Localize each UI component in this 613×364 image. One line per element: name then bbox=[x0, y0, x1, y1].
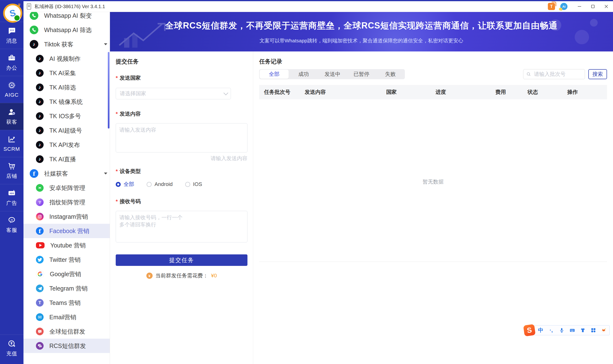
sidebar-item-whatsapp-ai-filter[interactable]: Whatsapp AI 筛选 bbox=[24, 23, 110, 37]
chevron-down-icon[interactable] bbox=[104, 172, 107, 174]
close-button[interactable] bbox=[599, 1, 613, 12]
status-tabs: 全部 成功 发送中 已暂停 失败 bbox=[259, 69, 405, 79]
facebook-icon bbox=[36, 227, 44, 235]
rail-item-office[interactable]: 办公 bbox=[0, 49, 24, 76]
tasks-heading: 任务记录 bbox=[259, 52, 607, 65]
tab-all[interactable]: 全部 bbox=[260, 70, 289, 79]
sidebar-group-tiktok[interactable]: Tiktok 获客 bbox=[24, 37, 110, 52]
sidebar-item-teams[interactable]: Teams 营销 bbox=[24, 296, 110, 310]
keyboard-icon[interactable] bbox=[569, 327, 575, 333]
form-heading: 提交任务 bbox=[116, 52, 247, 65]
sidebar-item-fingerprint-matrix[interactable]: 指纹矩阵管理 bbox=[24, 195, 110, 209]
sogou-logo[interactable]: S bbox=[523, 324, 536, 337]
required-asterisk: * bbox=[116, 168, 118, 174]
required-asterisk: * bbox=[116, 75, 118, 81]
twitter-icon bbox=[36, 256, 44, 263]
col-batch-id: 任务批次号 bbox=[259, 89, 300, 96]
toolbox-grid-icon[interactable] bbox=[590, 327, 597, 333]
fox-assistant-icon[interactable] bbox=[601, 327, 607, 333]
maximize-button[interactable] bbox=[586, 1, 599, 12]
sidebar-item-email[interactable]: Email营销 bbox=[24, 310, 110, 324]
sidebar-scrollbar-thumb[interactable] bbox=[108, 52, 109, 129]
content-textarea[interactable] bbox=[116, 123, 247, 153]
minimize-button[interactable] bbox=[573, 1, 586, 12]
sidebar-item-facebook[interactable]: Facebook 营销 bbox=[24, 224, 110, 238]
translate-tray-icon[interactable]: T bbox=[548, 3, 555, 10]
sidebar-item-tk-ios[interactable]: TK IOS多号 bbox=[24, 109, 110, 123]
sms-bubble-icon bbox=[36, 328, 44, 335]
tiktok-icon bbox=[36, 84, 44, 91]
rail-item-acquisition[interactable]: 获客 bbox=[0, 103, 24, 130]
microphone-icon[interactable] bbox=[559, 327, 565, 333]
sidebar-item-tk-collect[interactable]: TK AI采集 bbox=[24, 66, 110, 80]
sidebar-item-tk-super[interactable]: TK AI超级号 bbox=[24, 123, 110, 138]
tab-failed[interactable]: 失败 bbox=[376, 69, 405, 79]
rail-item-shop[interactable]: 店铺 bbox=[0, 157, 24, 184]
batch-search-input[interactable] bbox=[533, 71, 582, 78]
rail-item-aigc[interactable]: AI AIGC bbox=[0, 76, 24, 103]
sidebar-item-tk-filter[interactable]: TK AI筛选 bbox=[24, 80, 110, 94]
youtube-icon bbox=[36, 242, 44, 248]
chevron-down-icon[interactable] bbox=[104, 43, 107, 45]
radio-all[interactable]: 全部 bbox=[116, 181, 134, 188]
coin-icon: ¥ bbox=[146, 273, 153, 279]
country-label: * 发送国家 bbox=[116, 74, 247, 82]
tiktok-icon bbox=[36, 127, 44, 134]
svg-text:AI: AI bbox=[11, 219, 13, 221]
device-type-label: * 设备类型 bbox=[116, 168, 247, 175]
radio-ios[interactable]: IOS bbox=[185, 181, 202, 187]
sidebar-item-global-sms[interactable]: 全球短信群发 bbox=[24, 324, 110, 339]
ai-assistant-tray-icon[interactable]: Ai bbox=[560, 3, 568, 10]
country-select[interactable]: 请选择国家 bbox=[116, 88, 231, 99]
submit-task-button[interactable]: 提交任务 bbox=[116, 254, 247, 266]
svg-text:ADS: ADS bbox=[10, 192, 14, 195]
sidebar-item-tk-live[interactable]: TK AI直播 bbox=[24, 152, 110, 166]
sidebar-item-ai-video[interactable]: AI 视频制作 bbox=[24, 52, 110, 66]
banner-subtitle: 文案可以带Whatsapp跳转，端到端加密技术，聚合通道保障您的通信安全，私密对… bbox=[110, 37, 613, 44]
sidebar-item-tk-mirror[interactable]: TK 镜像系统 bbox=[24, 94, 110, 109]
device-type-radio-group: 全部 Android IOS bbox=[116, 181, 247, 188]
tiktok-icon bbox=[36, 155, 44, 163]
rail-item-recharge[interactable]: ¥ 充值 bbox=[0, 335, 24, 362]
sidebar-item-rcs-sms[interactable]: RCS短信群发 bbox=[24, 339, 110, 353]
ime-chinese-mode-icon[interactable]: 中 bbox=[538, 327, 544, 333]
sidebar-item-twitter[interactable]: Twitter 营销 bbox=[24, 252, 110, 267]
search-icon bbox=[526, 72, 531, 77]
robot-icon: AI bbox=[7, 81, 16, 90]
rail-item-messages[interactable]: 消息 bbox=[0, 22, 24, 49]
close-icon bbox=[604, 5, 608, 8]
numbers-textarea[interactable] bbox=[116, 211, 247, 242]
rail-item-scrm[interactable]: SCRM bbox=[0, 130, 24, 157]
chart-icon bbox=[7, 135, 16, 144]
sidebar-item-google[interactable]: Google营销 bbox=[24, 267, 110, 281]
radio-android[interactable]: Android bbox=[147, 181, 173, 187]
ads-icon: ADS bbox=[7, 189, 16, 198]
fee-label: 当前群发任务需花费： bbox=[155, 272, 208, 279]
maximize-icon bbox=[591, 5, 595, 8]
col-country: 国家 bbox=[381, 89, 431, 96]
tab-sending[interactable]: 发送中 bbox=[318, 69, 347, 79]
teams-icon bbox=[36, 299, 44, 307]
main-area: 全球RCS短信群发，不再受限于运营商壁垒，全球RCS短信实现跨运营商通信，让联系… bbox=[110, 12, 613, 364]
tiktok-icon bbox=[36, 141, 44, 149]
sidebar-item-instagram[interactable]: Instagram营销 bbox=[24, 209, 110, 224]
sidebar-group-social[interactable]: 社媒获客 bbox=[24, 166, 110, 181]
svg-text:¥: ¥ bbox=[10, 341, 13, 345]
online-status-dot bbox=[14, 15, 20, 21]
sidebar-item-tk-api[interactable]: TK API发布 bbox=[24, 138, 110, 152]
rail-item-service[interactable]: AI 客服 bbox=[0, 211, 24, 238]
sidebar-item-youtube[interactable]: Youtube 营销 bbox=[24, 238, 110, 252]
tab-paused[interactable]: 已暂停 bbox=[347, 69, 376, 79]
sidebar-menu: Whatsapp AI 裂变 Whatsapp AI 筛选 Tiktok 获客 … bbox=[24, 12, 110, 364]
sidebar-item-android-matrix[interactable]: 安卓矩阵管理 bbox=[24, 181, 110, 195]
search-button[interactable]: 搜索 bbox=[588, 69, 607, 79]
table-header: 任务批次号 发送内容 国家 进度 费用 状态 操作 bbox=[259, 85, 607, 99]
sidebar-item-telegram[interactable]: Telegram 营销 bbox=[24, 281, 110, 296]
rail-item-ads[interactable]: ADS 广告 bbox=[0, 184, 24, 211]
minimize-icon bbox=[578, 5, 581, 8]
tab-success[interactable]: 成功 bbox=[289, 69, 318, 79]
chevron-down-icon bbox=[223, 91, 228, 95]
skin-icon[interactable] bbox=[580, 327, 586, 333]
sidebar-item-whatsapp-ai-fission[interactable]: Whatsapp AI 裂变 bbox=[24, 12, 110, 23]
ime-punctuation-icon[interactable]: ·, bbox=[548, 327, 554, 333]
